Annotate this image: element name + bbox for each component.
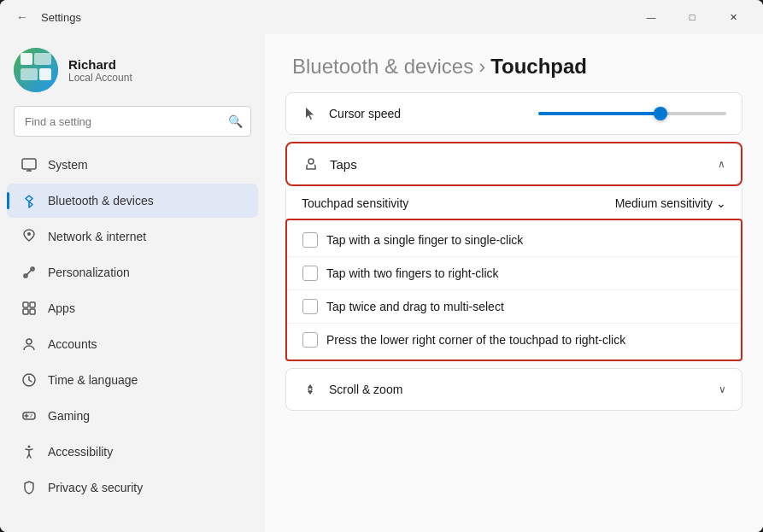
scroll-icon <box>302 381 319 398</box>
svg-rect-5 <box>22 159 36 169</box>
sidebar-item-system[interactable]: System <box>7 148 258 182</box>
svg-point-20 <box>31 414 32 416</box>
breadcrumb-separator: › <box>478 55 485 79</box>
user-name: Richard <box>68 57 132 72</box>
accounts-icon <box>21 336 38 353</box>
breadcrumb-current: Touchpad <box>490 55 587 79</box>
single-tap-row: Tap with a single finger to single-click <box>287 224 741 257</box>
gaming-icon <box>21 407 38 424</box>
cursor-icon <box>302 105 319 122</box>
two-finger-row: Tap with two fingers to right-click <box>287 257 741 290</box>
sidebar-item-gaming[interactable]: Gaming <box>7 399 258 433</box>
sidebar-item-personalization[interactable]: Personalization <box>7 255 258 289</box>
main-panel: Bluetooth & devices › Touchpad Cursor sp… <box>265 34 763 532</box>
bluetooth-icon <box>21 192 38 209</box>
titlebar: ← Settings — □ ✕ <box>0 0 763 34</box>
svg-point-15 <box>26 339 32 344</box>
time-icon <box>21 371 38 389</box>
sidebar-item-time[interactable]: Time & language <box>7 363 258 397</box>
taps-icon <box>302 155 320 172</box>
user-info: Richard Local Account <box>68 57 132 84</box>
double-tap-row: Tap twice and drag to multi-select <box>287 290 741 324</box>
sidebar-item-time-label: Time & language <box>48 373 138 387</box>
double-tap-label: Tap twice and drag to multi-select <box>326 300 504 313</box>
corner-tap-label: Press the lower right corner of the touc… <box>326 333 625 347</box>
svg-point-24 <box>308 388 312 391</box>
settings-content: Cursor speed Taps ∧ <box>265 92 763 532</box>
sidebar-item-privacy[interactable]: Privacy & security <box>7 471 258 505</box>
touchpad-sensitivity-value[interactable]: Medium sensitivity ⌄ <box>615 196 726 210</box>
sidebar-item-network-label: Network & internet <box>48 230 146 243</box>
svg-rect-11 <box>23 302 28 307</box>
tap-options-section: Tap with a single finger to single-click… <box>285 219 742 361</box>
sensitivity-dropdown-icon: ⌄ <box>716 196 726 210</box>
svg-rect-4 <box>39 68 51 80</box>
svg-point-23 <box>308 159 314 164</box>
sidebar-item-accounts[interactable]: Accounts <box>7 327 258 361</box>
cursor-speed-slider[interactable] <box>538 112 726 115</box>
sidebar-item-bluetooth-label: Bluetooth & devices <box>48 194 154 208</box>
user-account-type: Local Account <box>68 72 132 84</box>
sidebar-item-apps-label: Apps <box>48 301 75 315</box>
svg-rect-14 <box>30 309 35 314</box>
svg-point-8 <box>27 232 31 236</box>
back-button[interactable]: ← <box>10 5 34 29</box>
search-icon: 🔍 <box>228 114 243 128</box>
svg-rect-12 <box>30 302 35 307</box>
sidebar-item-gaming-label: Gaming <box>48 409 90 423</box>
touchpad-sensitivity-row: Touchpad sensitivity Medium sensitivity … <box>285 188 742 219</box>
taps-section-header[interactable]: Taps ∧ <box>285 142 742 186</box>
single-tap-checkbox[interactable] <box>302 232 318 248</box>
taps-section-title: Taps <box>330 157 707 172</box>
svg-rect-13 <box>23 309 28 314</box>
svg-point-21 <box>30 416 32 418</box>
scroll-chevron-down-icon: ∨ <box>719 383 726 395</box>
personalization-icon <box>21 264 38 281</box>
user-section: Richard Local Account <box>0 34 265 102</box>
sensitivity-value-text: Medium sensitivity <box>615 196 713 210</box>
sidebar: Richard Local Account 🔍 System Blueto <box>0 34 265 532</box>
touchpad-sensitivity-label: Touchpad sensitivity <box>302 196 605 210</box>
sidebar-item-accessibility[interactable]: Accessibility <box>7 435 258 469</box>
sidebar-item-privacy-label: Privacy & security <box>48 481 143 494</box>
privacy-icon <box>21 479 38 496</box>
sidebar-item-network[interactable]: Network & internet <box>7 219 258 254</box>
sidebar-item-accessibility-label: Accessibility <box>48 445 113 459</box>
cursor-speed-row: Cursor speed <box>285 92 742 135</box>
sidebar-item-personalization-label: Personalization <box>48 266 130 279</box>
network-icon <box>21 228 38 245</box>
scroll-zoom-row[interactable]: Scroll & zoom ∨ <box>285 368 742 411</box>
window-controls: — □ ✕ <box>631 3 753 31</box>
page-header: Bluetooth & devices › Touchpad <box>265 34 763 92</box>
taps-chevron-up-icon: ∧ <box>718 158 725 170</box>
settings-window: ← Settings — □ ✕ <box>0 0 763 532</box>
slider-thumb[interactable] <box>654 107 667 120</box>
slider-track <box>538 112 726 115</box>
breadcrumb: Bluetooth & devices › Touchpad <box>292 55 736 79</box>
apps-icon <box>21 300 38 317</box>
search-box[interactable]: 🔍 <box>14 106 251 137</box>
close-button[interactable]: ✕ <box>713 3 753 31</box>
single-tap-label: Tap with a single finger to single-click <box>326 233 523 247</box>
svg-point-22 <box>28 446 31 448</box>
two-finger-checkbox[interactable] <box>302 266 318 281</box>
corner-tap-row: Press the lower right corner of the touc… <box>287 324 741 356</box>
cursor-speed-label: Cursor speed <box>329 107 528 120</box>
search-input[interactable] <box>14 106 251 137</box>
accessibility-icon <box>21 443 38 460</box>
scroll-zoom-label: Scroll & zoom <box>329 383 708 396</box>
maximize-button[interactable]: □ <box>672 3 712 31</box>
main-content: Richard Local Account 🔍 System Blueto <box>0 34 763 532</box>
minimize-button[interactable]: — <box>631 3 671 31</box>
breadcrumb-parent: Bluetooth & devices <box>292 55 473 79</box>
avatar <box>14 48 58 92</box>
svg-rect-1 <box>21 53 32 65</box>
sidebar-item-bluetooth[interactable]: Bluetooth & devices <box>7 184 258 218</box>
svg-rect-2 <box>34 53 51 65</box>
system-icon <box>21 156 38 173</box>
window-title: Settings <box>41 11 81 24</box>
sidebar-item-apps[interactable]: Apps <box>7 291 258 325</box>
double-tap-checkbox[interactable] <box>302 299 318 314</box>
corner-tap-checkbox[interactable] <box>302 332 318 348</box>
svg-rect-3 <box>21 68 38 80</box>
